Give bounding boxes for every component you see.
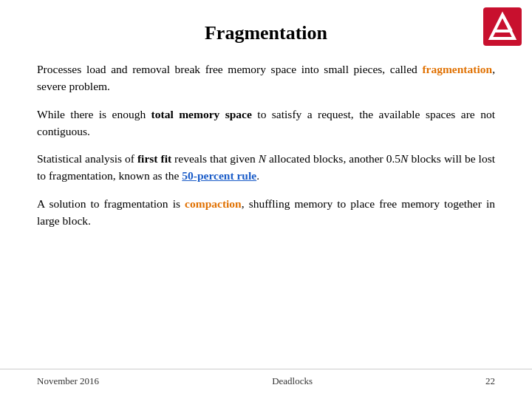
bullet-1-part-1: Processes load and removal break free me…	[37, 63, 422, 75]
slide-footer: November 2016 Deadlocks 22	[0, 369, 532, 387]
bullet-1-text: Processes load and removal break free me…	[37, 61, 495, 95]
bullet-4: A solution to fragmentation is compactio…	[37, 195, 495, 230]
footer-date: November 2016	[37, 375, 99, 387]
bullet-3: Statistical analysis of first fit reveal…	[37, 150, 495, 185]
bullet-2-part-1: While there is enough	[37, 108, 151, 120]
logo	[483, 7, 522, 46]
bullet-3-part-1: Statistical analysis of	[37, 152, 137, 165]
bullet-3-period: .	[256, 169, 259, 182]
bullet-3-first-fit: first fit	[137, 152, 171, 165]
footer-page-number: 22	[485, 375, 495, 387]
footer-topic: Deadlocks	[272, 375, 313, 387]
slide-title: Fragmentation	[37, 22, 495, 44]
bullet-4-compaction: compaction	[185, 197, 242, 210]
bullet-3-50-percent: 50-percent rule	[182, 169, 256, 182]
bullet-4-part-1: A solution to fragmentation is	[37, 197, 185, 210]
slide-content: Processes load and removal break free me…	[37, 61, 495, 229]
slide-container: Fragmentation Processes load and removal…	[0, 0, 532, 399]
bullet-4-text: A solution to fragmentation is compactio…	[37, 195, 495, 230]
bullet-2-text: While there is enough total memory space…	[37, 106, 495, 140]
bullet-2-total-memory: total memory space	[151, 108, 252, 120]
bullet-1: Processes load and removal break free me…	[37, 61, 495, 95]
bullet-2: While there is enough total memory space…	[37, 106, 495, 140]
bullet-1-fragmentation: fragmentation	[422, 63, 492, 75]
bullet-3-text: Statistical analysis of first fit reveal…	[37, 150, 495, 185]
